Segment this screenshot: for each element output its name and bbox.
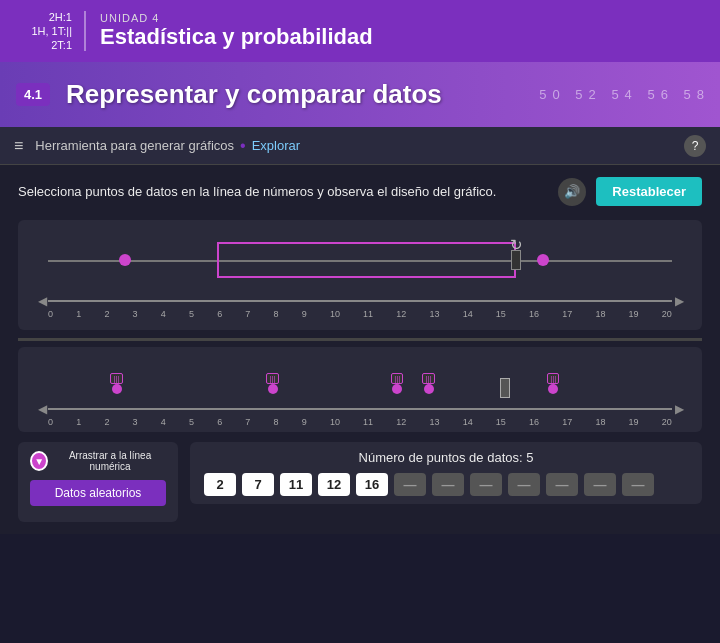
drag-area: ▼ Arrastrar a la línea numérica [30, 450, 166, 472]
drag-dot-icon[interactable]: ▼ [30, 451, 48, 471]
dp-dot-16[interactable]: ||| [547, 373, 559, 396]
toolbar: ≡ Herramienta para generar gráficos • Ex… [0, 127, 720, 165]
reset-button[interactable]: Restablecer [596, 177, 702, 206]
data-value-1: 7 [242, 473, 274, 496]
tick-labels-bottom: 01234567891011121314151617181920 [34, 417, 686, 427]
random-button[interactable]: Datos aleatorios [30, 480, 166, 506]
instruction-text: Selecciona puntos de datos en la línea d… [18, 184, 548, 199]
dp-dot-11[interactable]: ||| [391, 373, 403, 396]
dp-dot-7[interactable]: ||| [266, 373, 278, 396]
menu-icon[interactable]: ≡ [14, 137, 23, 155]
tool-label: Herramienta para generar gráficos [35, 138, 234, 153]
boxplot-area: ↻ ◀ ▶ 01234567891011121314151617181920 [18, 220, 702, 330]
header-title-block: UNIDAD 4 Estadística y probabilidad [100, 12, 373, 50]
section-title: Representar y comparar datos [66, 79, 442, 110]
tick-labels-top: 01234567891011121314151617181920 [34, 309, 686, 319]
right-panel: Número de puntos de datos: 5 27111216———… [190, 442, 702, 504]
unit-label: UNIDAD 4 [100, 12, 373, 24]
data-value-3: 12 [318, 473, 350, 496]
toolbar-separator: • [240, 137, 246, 155]
number-line-area: ◀ ▶ 01234567891011121314151617181920 [34, 294, 686, 319]
time-line3: 2T:1 [51, 38, 72, 52]
bp-box[interactable] [217, 242, 517, 278]
data-values-row: 27111216——————— [204, 473, 688, 496]
section-badge: 4.1 [16, 83, 50, 106]
main-content: Selecciona puntos de datos en la línea d… [0, 165, 720, 534]
data-value-0: 2 [204, 473, 236, 496]
speaker-button[interactable]: 🔊 [558, 178, 586, 206]
data-value-4: 16 [356, 473, 388, 496]
header-divider [84, 11, 86, 51]
bp-left-dot[interactable] [119, 254, 131, 266]
time-line2: 1H, 1T:|| [31, 24, 72, 38]
data-value-11: — [622, 473, 654, 496]
data-value-10: — [584, 473, 616, 496]
time-display: 2H:1 1H, 1T:|| 2T:1 [12, 10, 72, 53]
header-title: Estadística y probabilidad [100, 24, 373, 50]
data-count-label: Número de puntos de datos: 5 [204, 450, 688, 465]
boxplot-row: ↻ [34, 230, 686, 290]
data-value-5: — [394, 473, 426, 496]
banner-numbers: 50 52 54 56 58 [460, 62, 720, 127]
data-value-9: — [546, 473, 578, 496]
data-value-8: — [508, 473, 540, 496]
data-value-2: 11 [280, 473, 312, 496]
dotplot-row: ||| ||| ||| ||| ||| [34, 353, 686, 398]
data-value-7: — [470, 473, 502, 496]
dp-dot-12[interactable]: ||| [422, 373, 434, 396]
dotplot-cursor[interactable] [500, 378, 510, 398]
bottom-panel: ▼ Arrastrar a la línea numérica Datos al… [18, 442, 702, 522]
bp-right-dot[interactable] [537, 254, 549, 266]
instruction-row: Selecciona puntos de datos en la línea d… [18, 177, 702, 206]
help-button[interactable]: ? [684, 135, 706, 157]
dotplot-area: ||| ||| ||| ||| ||| [18, 347, 702, 432]
section-divider [18, 338, 702, 341]
dotplot-number-line: ◀ ▶ [48, 402, 672, 416]
section-banner: 4.1 Representar y comparar datos 50 52 5… [0, 62, 720, 127]
drag-label: Arrastrar a la línea numérica [54, 450, 166, 472]
top-header: 2H:1 1H, 1T:|| 2T:1 UNIDAD 4 Estadística… [0, 0, 720, 62]
time-line1: 2H:1 [49, 10, 72, 24]
left-panel: ▼ Arrastrar a la línea numérica Datos al… [18, 442, 178, 522]
bp-drag-handle[interactable] [511, 250, 521, 270]
dp-dot-2[interactable]: ||| [110, 373, 122, 396]
explore-link[interactable]: Explorar [252, 138, 300, 153]
data-value-6: — [432, 473, 464, 496]
